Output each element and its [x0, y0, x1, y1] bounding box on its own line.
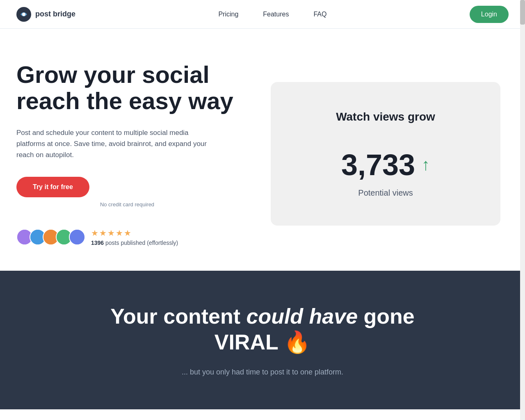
- hero-card-area: Watch views grow 3,733 ↑ Potential views: [271, 82, 500, 226]
- star-4: ★: [116, 228, 123, 238]
- social-proof: ★ ★ ★ ★ ★ 1396 posts published (effortle…: [16, 228, 238, 246]
- nav-faq[interactable]: FAQ: [313, 11, 326, 18]
- views-number-row: 3,733 ↑: [341, 148, 430, 182]
- hero-subtitle: Post and schedule your content to multip…: [16, 127, 213, 161]
- dark-section-title: Your content could have gone VIRAL 🔥: [110, 304, 415, 355]
- logo-area: post bridge: [16, 7, 75, 22]
- star-2: ★: [99, 228, 107, 238]
- card-title: Watch views grow: [336, 110, 435, 123]
- hero-section: Grow your social reach the easy way Post…: [0, 29, 525, 271]
- try-free-button[interactable]: Try it for free: [16, 177, 89, 197]
- scrollbar-track[interactable]: [520, 0, 525, 409]
- nav-pricing[interactable]: Pricing: [218, 11, 238, 18]
- star-3: ★: [107, 228, 115, 238]
- dark-title-part1: Your content: [110, 304, 246, 328]
- posts-text: 1396 posts published (effortlessly): [91, 240, 178, 246]
- nav-links: Pricing Features FAQ: [218, 11, 326, 18]
- logo-icon: [16, 7, 31, 22]
- no-cc-text: No credit card required: [16, 201, 238, 208]
- posts-label: posts published (effortlessly): [104, 240, 178, 246]
- dark-title-line2: VIRAL 🔥: [215, 330, 311, 354]
- stars-area: ★ ★ ★ ★ ★ 1396 posts published (effortle…: [91, 228, 178, 246]
- hero-title: Grow your social reach the easy way: [16, 62, 238, 114]
- avatar-group: [16, 229, 85, 245]
- posts-count: 1396: [91, 240, 104, 246]
- star-1: ★: [91, 228, 98, 238]
- views-number: 3,733: [341, 148, 415, 182]
- views-card: Watch views grow 3,733 ↑ Potential views: [271, 82, 500, 226]
- navbar: post bridge Pricing Features FAQ Login: [0, 0, 525, 29]
- up-arrow-icon: ↑: [422, 155, 430, 174]
- potential-views-label: Potential views: [358, 188, 413, 198]
- avatar: [69, 229, 85, 245]
- cta-area: Try it for free No credit card required: [16, 177, 238, 208]
- svg-point-1: [22, 13, 25, 16]
- nav-features[interactable]: Features: [263, 11, 289, 18]
- dark-section-subtitle: ... but you only had time to post it to …: [182, 368, 343, 377]
- dark-title-part2: gone: [358, 304, 415, 328]
- star-5: ★: [124, 228, 131, 238]
- dark-title-italic: could have: [246, 304, 358, 328]
- dark-section: Your content could have gone VIRAL 🔥 ...…: [0, 271, 525, 409]
- star-rating: ★ ★ ★ ★ ★: [91, 228, 178, 238]
- logo-text: post bridge: [35, 10, 75, 18]
- login-button[interactable]: Login: [470, 6, 509, 23]
- hero-content: Grow your social reach the easy way Post…: [16, 62, 238, 246]
- scrollbar-thumb[interactable]: [520, 0, 525, 25]
